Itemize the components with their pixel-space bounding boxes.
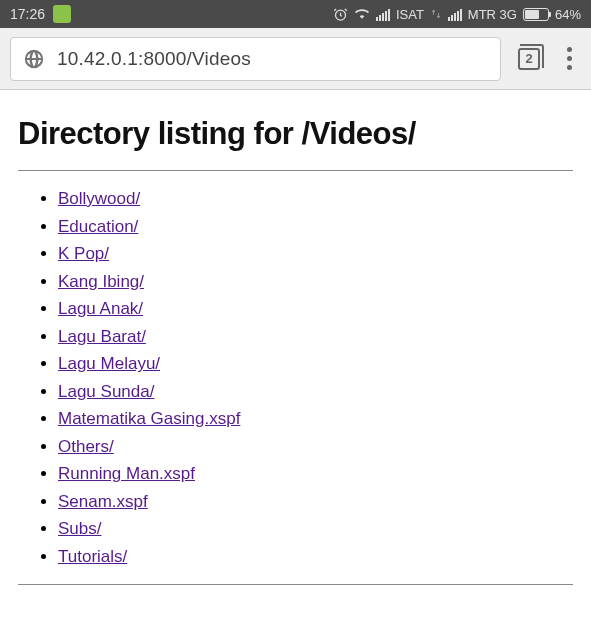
directory-link[interactable]: Senam.xspf — [58, 492, 148, 511]
url-bar[interactable]: 10.42.0.1:8000/Videos — [10, 37, 501, 81]
directory-link[interactable]: Running Man.xspf — [58, 464, 195, 483]
url-text: 10.42.0.1:8000/Videos — [57, 48, 251, 70]
directory-link[interactable]: Lagu Anak/ — [58, 299, 143, 318]
list-item: Education/ — [58, 213, 573, 241]
carrier-2: MTR 3G — [468, 7, 517, 22]
carrier-1: ISAT — [396, 7, 424, 22]
menu-button[interactable] — [557, 47, 581, 70]
signal-icon-1 — [376, 8, 390, 21]
status-time: 17:26 — [10, 6, 45, 22]
list-item: Senam.xspf — [58, 488, 573, 516]
data-updown-icon — [430, 7, 442, 21]
directory-link[interactable]: Lagu Melayu/ — [58, 354, 160, 373]
list-item: Kang Ibing/ — [58, 268, 573, 296]
page-title: Directory listing for /Videos/ — [18, 116, 573, 152]
directory-link[interactable]: K Pop/ — [58, 244, 109, 263]
list-item: Subs/ — [58, 515, 573, 543]
battery-percent: 64% — [555, 7, 581, 22]
list-item: Bollywood/ — [58, 185, 573, 213]
list-item: Lagu Melayu/ — [58, 350, 573, 378]
tabs-button[interactable]: 2 — [515, 45, 543, 73]
directory-link[interactable]: Matematika Gasing.xspf — [58, 409, 240, 428]
directory-link[interactable]: Others/ — [58, 437, 114, 456]
list-item: Others/ — [58, 433, 573, 461]
directory-link[interactable]: Kang Ibing/ — [58, 272, 144, 291]
browser-toolbar: 10.42.0.1:8000/Videos 2 — [0, 28, 591, 90]
signal-icon-2 — [448, 8, 462, 21]
directory-link[interactable]: Bollywood/ — [58, 189, 140, 208]
directory-link[interactable]: Lagu Barat/ — [58, 327, 146, 346]
directory-link[interactable]: Subs/ — [58, 519, 101, 538]
list-item: Tutorials/ — [58, 543, 573, 571]
directory-link[interactable]: Lagu Sunda/ — [58, 382, 154, 401]
page-content: Directory listing for /Videos/ Bollywood… — [0, 90, 591, 595]
battery-icon — [523, 8, 549, 21]
app-notification-icon — [53, 5, 71, 23]
alarm-icon — [333, 7, 348, 22]
wifi-icon — [354, 7, 370, 21]
list-item: Lagu Barat/ — [58, 323, 573, 351]
list-item: Lagu Anak/ — [58, 295, 573, 323]
directory-list: Bollywood/Education/K Pop/Kang Ibing/Lag… — [18, 171, 573, 584]
status-bar: 17:26 ISAT MTR 3G 64% — [0, 0, 591, 28]
globe-icon — [23, 48, 45, 70]
directory-link[interactable]: Tutorials/ — [58, 547, 127, 566]
list-item: Matematika Gasing.xspf — [58, 405, 573, 433]
list-item: Lagu Sunda/ — [58, 378, 573, 406]
directory-link[interactable]: Education/ — [58, 217, 138, 236]
divider-bottom — [18, 584, 573, 585]
list-item: Running Man.xspf — [58, 460, 573, 488]
list-item: K Pop/ — [58, 240, 573, 268]
tab-count: 2 — [525, 51, 532, 66]
